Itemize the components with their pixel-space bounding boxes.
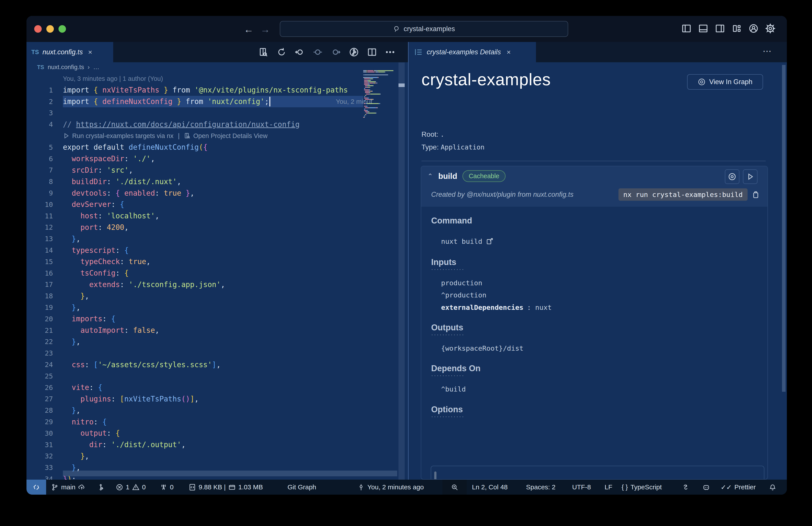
code-line: 21 autoImport: false, (27, 325, 408, 336)
editor-vertical-scrollbar[interactable] (398, 62, 405, 480)
git-graph-label: Git Graph (288, 483, 316, 491)
options-json-editor[interactable]: { "cwd": "."} (431, 466, 764, 480)
account-icon[interactable] (749, 24, 758, 33)
run-forward-icon[interactable] (331, 47, 341, 57)
code-line: 29 nitro: { (27, 416, 408, 427)
tab-nuxt-config[interactable]: TS nuxt.config.ts × (27, 42, 113, 62)
breadcrumb-file[interactable]: nuxt.config.ts (48, 63, 84, 71)
codelens-run-targets[interactable]: Run crystal-examples targets via nx (72, 132, 173, 140)
run-current-icon[interactable] (313, 47, 323, 57)
eol-status[interactable]: LF (605, 480, 612, 495)
view-target-graph-button[interactable] (725, 169, 739, 184)
navigate-back-button[interactable]: ← (244, 24, 253, 35)
view-in-graph-button[interactable]: View In Graph (687, 74, 763, 90)
toggle-secondary-sidebar-icon[interactable] (715, 24, 725, 33)
dotted-underline: ············ (431, 266, 465, 273)
search-icon (393, 25, 401, 33)
customize-layout-icon[interactable] (732, 24, 742, 33)
overview-ruler-mark (398, 84, 405, 87)
settings-gear-icon[interactable] (765, 24, 775, 33)
language-status[interactable]: { } TypeScript (622, 480, 662, 495)
git-graph-view-icon[interactable] (349, 47, 359, 57)
section-heading-inputs: Inputs (431, 257, 456, 267)
remote-indicator[interactable] (27, 480, 46, 495)
toggle-panel-icon[interactable] (698, 24, 708, 33)
code-line: 32 }, (27, 450, 408, 462)
code-line: 5export default defineNuxtConfig({ (27, 142, 408, 153)
run-command-chip[interactable]: nx run crystal-examples:build (619, 188, 748, 201)
indentation-status[interactable]: Spaces: 2 (526, 480, 555, 495)
project-details-panel: crystal-examples Details × ⋯ crystal-exa… (409, 42, 787, 480)
tab-label: nuxt.config.ts (43, 48, 83, 56)
extension-sync-status[interactable] (682, 480, 690, 495)
source-control-graph-status[interactable] (97, 480, 104, 495)
command-center-search[interactable]: crystal-examples (280, 21, 568, 37)
run-target-button[interactable] (743, 169, 757, 184)
created-by-text: Created by @nx/nuxt/plugin from nuxt.con… (431, 190, 574, 199)
panel-tab-bar: crystal-examples Details × ⋯ (409, 42, 787, 62)
problems-status[interactable]: 1 0 (116, 480, 146, 495)
panel-more-actions-icon[interactable]: ⋯ (763, 46, 771, 56)
breadcrumb-more[interactable]: … (93, 63, 99, 71)
project-details-icon (414, 48, 423, 57)
code-line: 31 dir: './dist/.output', (27, 439, 408, 451)
panel-scrollbar[interactable] (782, 65, 785, 392)
toggle-primary-sidebar-icon[interactable] (681, 24, 692, 33)
tab-project-details[interactable]: crystal-examples Details × (409, 42, 536, 62)
zoom-in-icon (451, 484, 458, 491)
type-label: Type: (421, 143, 439, 151)
dotted-underline: ············ (431, 372, 465, 379)
code-line: 13 }, (27, 233, 408, 244)
open-changes-icon[interactable] (259, 47, 268, 57)
code-line: 26 vite: { (27, 382, 408, 393)
root-value: . (440, 130, 444, 138)
ports-status[interactable]: 0 (160, 480, 174, 495)
braces-icon: { } (622, 483, 628, 491)
warning-icon (132, 484, 140, 491)
copilot-status[interactable] (702, 480, 710, 495)
code-line: 28 }, (27, 404, 408, 416)
memory-size: 1.03 MB (238, 483, 263, 491)
type-value: Application (441, 143, 484, 151)
search-value: crystal-examples (404, 25, 455, 33)
navigate-forward-button[interactable]: → (260, 24, 270, 35)
run-back-icon[interactable] (295, 47, 304, 57)
collapse-chevron-icon[interactable]: ⌃ (427, 172, 433, 180)
git-branch-status[interactable]: main (51, 480, 85, 495)
git-graph-status[interactable]: Git Graph (288, 480, 316, 495)
minimize-window-button[interactable] (46, 25, 54, 33)
copy-icon[interactable] (752, 190, 760, 199)
codelens-row[interactable]: Run crystal-examples targets via nx | Op… (27, 130, 408, 142)
section-item[interactable]: nuxt build (441, 237, 493, 245)
encoding: UTF-8 (572, 483, 591, 491)
file-code-icon (189, 484, 196, 491)
breadcrumb-separator: › (88, 63, 90, 71)
close-window-button[interactable] (34, 25, 42, 33)
titlebar: ← → crystal-examples (27, 16, 787, 42)
file-size-status[interactable]: 9.88 KB | 1.03 MB (189, 480, 263, 495)
encoding-status[interactable]: UTF-8 (572, 480, 591, 495)
tab-close-icon[interactable]: × (88, 48, 92, 56)
code-line: 20 imports: { (27, 313, 408, 325)
blame-status[interactable]: You, 2 minutes ago (358, 480, 424, 495)
maximize-window-button[interactable] (58, 25, 66, 33)
refresh-icon[interactable] (277, 47, 286, 57)
panel-tab-close-icon[interactable]: × (507, 48, 511, 56)
split-editor-icon[interactable] (367, 47, 377, 57)
codelens-open-details[interactable]: Open Project Details View (193, 132, 267, 140)
more-actions-icon[interactable] (385, 47, 395, 57)
minimap[interactable] (363, 69, 397, 121)
zoom-status[interactable] (443, 480, 467, 495)
code-line: 30 output: { (27, 427, 408, 439)
formatter-status[interactable]: ✓✓ Prettier (721, 480, 756, 495)
cursor-position-status[interactable]: Ln 2, Col 48 (472, 480, 508, 495)
breadcrumb[interactable]: TS nuxt.config.ts › … (37, 63, 99, 71)
code-line: 25 (27, 370, 408, 382)
code-editor[interactable]: You, 3 minutes ago | 1 author (You)1impo… (27, 73, 408, 480)
panel-tab-label: crystal-examples Details (427, 48, 501, 56)
editor-horizontal-scrollbar[interactable] (63, 471, 397, 476)
code-line: 11 host: 'localhost', (27, 210, 408, 222)
notifications-status[interactable] (769, 480, 776, 495)
code-line: 23 (27, 347, 408, 359)
text-cursor (270, 97, 270, 106)
